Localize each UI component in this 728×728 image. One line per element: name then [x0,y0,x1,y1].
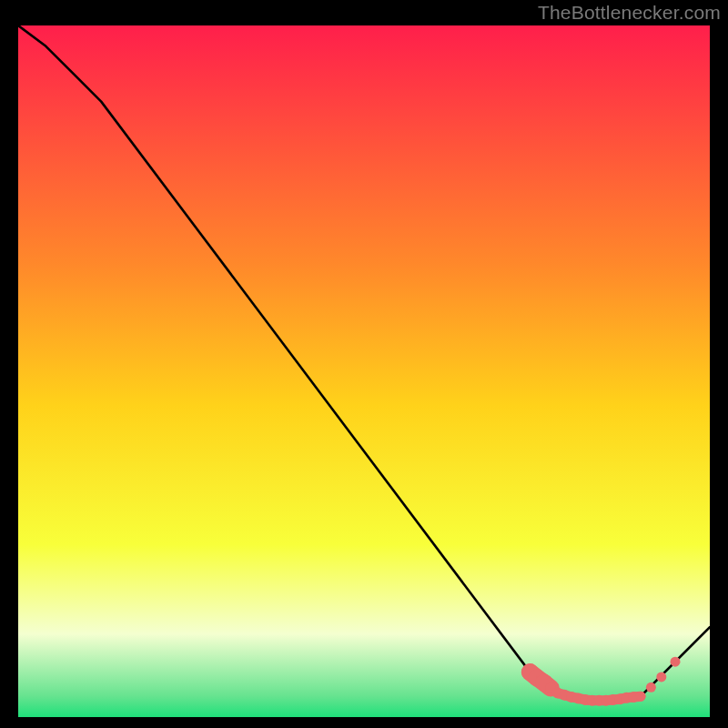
chart-container: TheBottlenecker.com [0,0,728,728]
chart-svg [18,25,710,717]
plot-area [18,25,710,717]
watermark-label: TheBottlenecker.com [538,2,721,24]
marker-dot [671,657,681,667]
marker-dot [646,682,656,693]
marker-dot [656,672,666,682]
marker-dot [636,692,646,702]
